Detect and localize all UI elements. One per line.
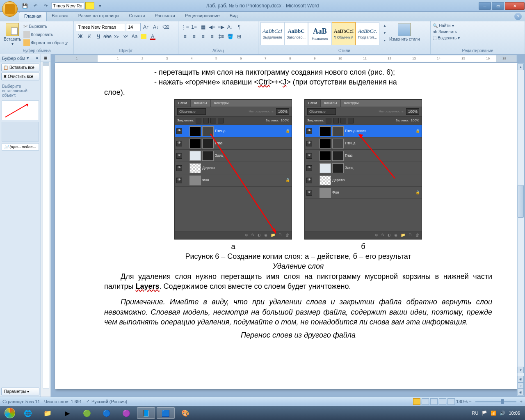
font-name-combo[interactable]	[76, 23, 125, 31]
task-word[interactable]: 📘	[137, 407, 155, 419]
highlight-button[interactable]	[139, 32, 148, 41]
align-left-button[interactable]: ≡	[180, 32, 189, 41]
line-spacing-button[interactable]: ‡≡	[217, 32, 226, 41]
clipboard-item[interactable]	[2, 100, 39, 120]
zoom-in-icon[interactable]: +	[520, 399, 523, 404]
sort-button[interactable]: A↓	[226, 23, 235, 31]
borders-button[interactable]: ⊞	[235, 32, 244, 41]
italic-button[interactable]: К	[85, 32, 94, 41]
qat-redo-icon[interactable]: ↷	[41, 1, 50, 10]
maximize-button[interactable]: ▭	[492, 2, 504, 10]
task-paint[interactable]: 🎨	[176, 407, 194, 419]
task-app3[interactable]: 🟣	[117, 407, 135, 419]
cut-button[interactable]: ✂Вырезать	[23, 23, 68, 30]
view-web-layout[interactable]	[430, 398, 438, 405]
tray-flag-icon[interactable]: 🏳️	[482, 411, 487, 416]
bold-button[interactable]: Ж	[76, 32, 85, 41]
tab-review[interactable]: Рецензирование	[180, 12, 225, 21]
tray-clock[interactable]: 10:06	[509, 411, 520, 415]
bullets-button[interactable]: ⋮≡	[180, 23, 189, 31]
change-styles-button[interactable]: Изменить стили	[388, 22, 421, 42]
task-explorer[interactable]: 📁	[39, 407, 57, 419]
show-marks-button[interactable]: ¶	[235, 23, 244, 31]
task-app2[interactable]: 🔵	[98, 407, 116, 419]
clipboard-item[interactable]	[2, 122, 39, 142]
shading-button[interactable]: 🪣	[226, 32, 235, 41]
office-button[interactable]	[2, 1, 18, 17]
status-language[interactable]: ✓Русский (Россия)	[86, 399, 127, 404]
task-ie[interactable]: 🌐	[19, 407, 37, 419]
minimize-button[interactable]: ─	[479, 2, 491, 10]
subscript-button[interactable]: x₂	[112, 32, 121, 41]
qat-save-icon[interactable]: 💾	[21, 1, 30, 10]
clipboard-params-button[interactable]: Параметры ▾	[1, 388, 39, 395]
zoom-level[interactable]: 130%	[456, 399, 468, 404]
qat-dropdown-icon[interactable]: ▾	[96, 1, 105, 10]
font-color-button[interactable]: A	[148, 32, 157, 41]
scrollbar-thumb[interactable]	[518, 185, 524, 218]
style-subtitle[interactable]: AaBbCc.Подзагол...	[356, 22, 379, 45]
change-case-button[interactable]: Aa	[130, 32, 139, 41]
task-media[interactable]: ▶	[58, 407, 76, 419]
font-size-combo[interactable]	[126, 23, 141, 31]
superscript-button[interactable]: x²	[121, 32, 130, 41]
style-title[interactable]: АаВНазвание	[308, 22, 332, 45]
close-button[interactable]: ✕	[505, 2, 525, 10]
horizontal-ruler[interactable]: 1123 4567 891011 12131415 1618	[55, 55, 517, 62]
select-button[interactable]: ⬚Выделить ▾	[433, 35, 460, 41]
grow-font-icon[interactable]: A↑	[142, 23, 151, 31]
format-painter-button[interactable]: Формат по образцу	[23, 39, 68, 46]
style-heading[interactable]: AaBbCЗаголово...	[284, 22, 308, 45]
next-page-icon[interactable]: ◉	[518, 389, 524, 395]
find-button[interactable]: 🔍Найти ▾	[433, 23, 454, 28]
clear-all-button[interactable]: ✖Очистить все	[1, 73, 39, 80]
align-center-button[interactable]: ≡	[189, 32, 199, 41]
underline-button[interactable]: Ч	[94, 32, 103, 41]
tab-home[interactable]: Главная	[19, 12, 47, 21]
strike-button[interactable]: abc	[103, 32, 112, 41]
style-emphasis[interactable]: AaBbCcIВыделение	[260, 22, 284, 45]
view-full-screen[interactable]	[422, 398, 429, 405]
status-words[interactable]: Число слов: 1 691	[44, 399, 82, 404]
ruler-corner[interactable]: ▦	[41, 54, 50, 62]
view-print-layout[interactable]	[413, 398, 420, 405]
copy-button[interactable]: Копировать	[23, 31, 68, 38]
align-right-button[interactable]: ≡	[199, 32, 208, 41]
browse-object-icon[interactable]: ○	[518, 382, 524, 389]
start-button[interactable]	[2, 407, 18, 419]
tab-layout[interactable]: Разметка страницы	[73, 12, 124, 21]
indent-inc-button[interactable]: ≡▶	[217, 23, 226, 31]
tray-network-icon[interactable]: 📶	[491, 411, 496, 416]
prev-page-icon[interactable]: ◉	[518, 376, 524, 382]
tab-view[interactable]: Вид	[225, 12, 243, 21]
clear-format-icon[interactable]: ⌫	[161, 23, 170, 31]
view-draft[interactable]	[447, 398, 455, 405]
tab-references[interactable]: Ссылки	[124, 12, 150, 21]
task-app[interactable]: 🟢	[78, 407, 96, 419]
paste-all-button[interactable]: 📋Вставить все	[1, 64, 39, 71]
status-page[interactable]: Страница: 5 из 11	[2, 399, 40, 404]
tray-volume-icon[interactable]: 🔊	[500, 411, 505, 416]
clipboard-item[interactable]: 📄 (про... недос...	[2, 143, 39, 151]
style-normal[interactable]: AaBbCcI¶ Обычный	[332, 22, 356, 45]
scroll-down-icon[interactable]: ▼	[518, 367, 524, 373]
tab-insert[interactable]: Вставка	[47, 12, 73, 21]
vertical-ruler[interactable]	[43, 62, 49, 388]
tab-mailings[interactable]: Рассылки	[150, 12, 180, 21]
vertical-scrollbar[interactable]: ▲ ▼ ◉ ○ ◉	[517, 63, 524, 396]
view-outline[interactable]	[439, 398, 446, 405]
shrink-font-icon[interactable]: A↓	[151, 23, 160, 31]
help-icon[interactable]: ?	[514, 13, 522, 20]
zoom-slider[interactable]	[475, 401, 516, 402]
clipboard-pane-close-icon[interactable]: ✕	[35, 56, 39, 60]
scroll-up-icon[interactable]: ▲	[518, 64, 524, 70]
numbering-button[interactable]: 1≡	[189, 23, 199, 31]
document-page[interactable]: перетащить имя слоя на пиктограмму созда…	[55, 63, 517, 389]
multilevel-button[interactable]: ▦	[199, 23, 208, 31]
align-justify-button[interactable]: ≡	[208, 32, 217, 41]
qat-font-box[interactable]	[51, 2, 84, 9]
qat-highlight-icon[interactable]	[85, 2, 94, 9]
zoom-out-icon[interactable]: −	[469, 399, 471, 404]
qat-undo-icon[interactable]: ↶	[31, 1, 40, 10]
replace-button[interactable]: abЗаменить	[433, 29, 457, 34]
